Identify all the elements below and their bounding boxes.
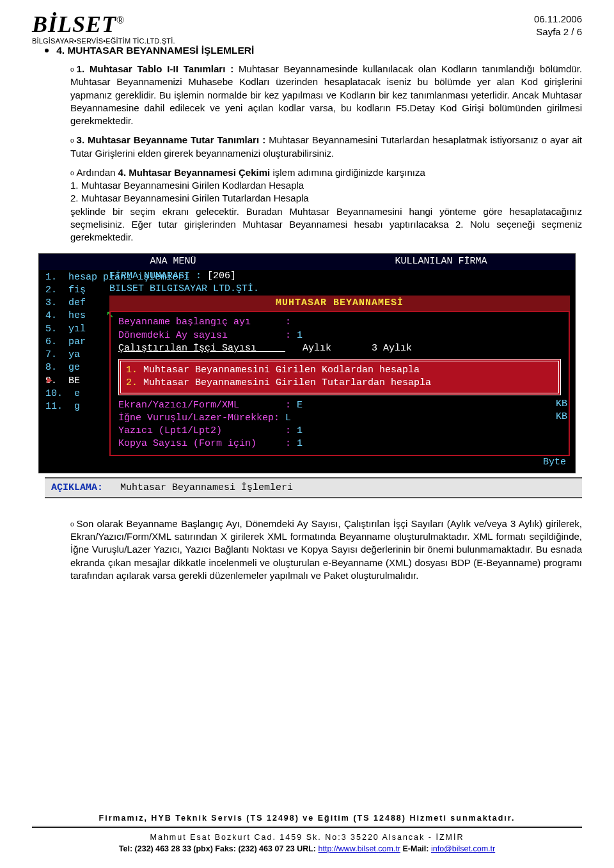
- footer-line3: Tel: (232) 463 28 33 (pbx) Faks: (232) 4…: [32, 843, 582, 855]
- terminal-header: ANA MENÜ KULLANILAN FİRMA: [39, 254, 575, 269]
- logo-subtitle: BİLGİSAYAR•SERVİS•EĞİTİM TİC.LTD.ŞTİ.: [32, 37, 175, 45]
- logo-block: BİLSET® BİLGİSAYAR•SERVİS•EĞİTİM TİC.LTD…: [32, 13, 175, 45]
- menu-item-4[interactable]: 4. hes: [45, 310, 109, 322]
- menu-item-5[interactable]: 5. yıl: [45, 323, 109, 336]
- option-1[interactable]: 1. Muhtasar Beyannamesini Girilen Kodlar…: [126, 364, 553, 377]
- panel-title: MUHTASAR BEYANNAMESİ: [109, 296, 570, 311]
- field-yazici-value: 1: [297, 425, 303, 436]
- menu-item-7[interactable]: 7. ya: [45, 349, 109, 361]
- p2-lead: 3. Muhtasar Beyanname Tutar Tanımları :: [77, 134, 266, 145]
- byte-line: Byte: [39, 456, 575, 473]
- field-ay-label: Dönemdeki Ay sayısı :: [118, 330, 291, 341]
- field-baslangic-label: Beyanname başlangıç ayı :: [118, 317, 291, 327]
- field-ekran: Ekran/Yazıcı/Form/XML : E: [118, 399, 561, 412]
- footer-line2: Mahmut Esat Bozkurt Cad. 1459 Sk. No:3 3…: [32, 832, 582, 844]
- circle-bullet-icon: o: [70, 169, 74, 178]
- terminal-header-left: ANA MENÜ: [39, 254, 307, 269]
- circle-bullet-icon: o: [70, 65, 74, 74]
- field-yazici-label: Yazıcı (Lpt1/Lpt2) :: [118, 425, 291, 436]
- menu-item-3[interactable]: 3. def: [45, 297, 109, 310]
- option-selection-box[interactable]: 1. Muhtasar Beyannamesini Girilen Kodlar…: [118, 359, 561, 395]
- footer-line1: Firmamız, HYB Teknik Servis (TS 12498) v…: [32, 812, 582, 825]
- field-ay-value: 1: [297, 330, 303, 341]
- footer-mail-link[interactable]: info@bilset.com.tr: [431, 844, 495, 853]
- field-yazici: Yazıcı (Lpt1/Lpt2) : 1: [118, 425, 561, 438]
- main-menu-list[interactable]: 1. hesap planı işlemleri 2. fiş 3. def 4…: [39, 270, 109, 456]
- p3-line1: 1. Muhtasar Beyannamesini Girilen Kodlar…: [70, 180, 304, 191]
- logo-text: BİLSET: [32, 12, 116, 37]
- p4-body: Son olarak Beyanname Başlangıç Ayı, Döne…: [70, 518, 582, 581]
- field-kopya-label: Kopya Sayısı (Form için) :: [118, 438, 291, 449]
- menu-item-1[interactable]: 1. hesap planı işlemleri: [45, 271, 109, 284]
- explanation-label: AÇIKLAMA:: [51, 482, 103, 493]
- firma-no-label: FİRMA NUMARASI :: [109, 271, 201, 281]
- explanation-bar: AÇIKLAMA: Muhtasar Beyannamesi İşlemleri: [45, 477, 582, 498]
- paragraph-2: o3. Muhtasar Beyanname Tutar Tanımları :…: [70, 134, 582, 160]
- bullet-dot-icon: [45, 49, 49, 52]
- footer-url-link[interactable]: http://www.bilset.com.tr: [319, 844, 401, 853]
- paragraph-4: oSon olarak Beyanname Başlangıç Ayı, Dön…: [70, 517, 582, 582]
- page-header: BİLSET® BİLGİSAYAR•SERVİS•EĞİTİM TİC.LTD…: [32, 13, 582, 45]
- explanation-text: Muhtasar Beyannamesi İşlemleri: [120, 482, 293, 493]
- page-footer: Firmamız, HYB Teknik Servis (TS 12498) v…: [32, 812, 582, 855]
- footer-mid: E-Mail:: [400, 844, 431, 853]
- option-2[interactable]: 2. Muhtasar Beyannamesini Girilen Tutarl…: [126, 377, 553, 390]
- p1-lead: 1. Muhtasar Tablo I-II Tanımları :: [77, 63, 234, 74]
- terminal-screenshot: ANA MENÜ KULLANILAN FİRMA ↖ 1. hesap pla…: [38, 253, 576, 498]
- menu-item-10[interactable]: 10. e: [45, 388, 109, 400]
- option-1-num: 1.: [126, 365, 138, 375]
- menu-item-9-selected[interactable]: 9. BE: [45, 375, 109, 388]
- p3-post: işlem adımına girdiğinizde karşınıza: [270, 167, 425, 178]
- menu-item-2[interactable]: 2. fiş: [45, 284, 109, 297]
- field-isci-3aylik: 3 Aylık: [372, 343, 412, 354]
- field-kopya-value: 1: [297, 438, 303, 449]
- option-2-num: 2.: [126, 377, 138, 388]
- field-ay: Dönemdeki Ay sayısı : 1: [118, 329, 561, 342]
- field-baslangic: Beyanname başlangıç ayı :: [118, 316, 561, 329]
- p3-tail: şeklinde bir seçim ekranı gelecektir. Bu…: [70, 206, 582, 243]
- p3-line2: 2. Muhtasar Beyannamesini Girilen Tutarl…: [70, 193, 309, 203]
- option-2-text: Muhtasar Beyannamesini Girilen Tutarlard…: [138, 377, 431, 388]
- panel-body: Beyanname başlangıç ayı : Dönemdeki Ay s…: [109, 311, 570, 455]
- kb-2: KB: [556, 411, 571, 423]
- kb-column: KB KB: [556, 398, 571, 424]
- circle-bullet-icon: o: [70, 136, 74, 145]
- menu-item-11[interactable]: 11. g: [45, 400, 109, 413]
- firma-name: BILSET BILGISAYAR LTD.ŞTİ.: [109, 283, 575, 296]
- field-igne-value: L: [285, 413, 291, 423]
- menu-item-6[interactable]: 6. par: [45, 336, 109, 349]
- field-isci-aylik: Aylık: [303, 343, 331, 354]
- field-igne-label: İğne Vuruşlu/Lazer-Mürekkep:: [118, 413, 279, 423]
- field-ekran-label: Ekran/Yazıcı/Form/XML :: [118, 400, 291, 411]
- header-date: 06.11.2006: [534, 13, 582, 26]
- p3-pre: Ardından: [77, 167, 118, 178]
- circle-bullet-icon: o: [70, 520, 74, 529]
- field-ekran-value: E: [297, 400, 303, 411]
- header-page: Sayfa 2 / 6: [534, 26, 582, 38]
- header-right: 06.11.2006 Sayfa 2 / 6: [534, 13, 582, 38]
- terminal-header-right: KULLANILAN FİRMA: [307, 254, 575, 269]
- section-bullet: 4. MUHTASAR BEYANNAMESİ İŞLEMLERİ: [45, 45, 582, 56]
- p3-bold: 4. Muhtasar Beyannamesi Çekimi: [118, 167, 271, 178]
- section-title: 4. MUHTASAR BEYANNAMESİ İŞLEMLERİ: [56, 45, 254, 56]
- kb-1: KB: [556, 398, 571, 411]
- field-isci-label: Çalıştırılan İşçi Sayısı: [118, 343, 285, 354]
- footer-tel: Tel: (232) 463 28 33 (pbx) Faks: (232) 4…: [119, 844, 319, 853]
- paragraph-3: oArdından 4. Muhtasar Beyannamesi Çekimi…: [70, 166, 582, 244]
- firma-no-value: [206]: [207, 271, 236, 281]
- option-1-text: Muhtasar Beyannamesini Girilen Kodlardan…: [138, 365, 420, 375]
- paragraph-1: o1. Muhtasar Tablo I-II Tanımları : Muht…: [70, 63, 582, 127]
- field-isci: Çalıştırılan İşçi Sayısı Aylık 3 Aylık: [118, 342, 561, 355]
- registered-icon: ®: [116, 15, 125, 26]
- menu-item-8[interactable]: 8. ge: [45, 361, 109, 374]
- field-igne: İğne Vuruşlu/Lazer-Mürekkep: L: [118, 412, 561, 425]
- field-kopya: Kopya Sayısı (Form için) : 1: [118, 438, 561, 450]
- logo-title: BİLSET®: [32, 13, 175, 36]
